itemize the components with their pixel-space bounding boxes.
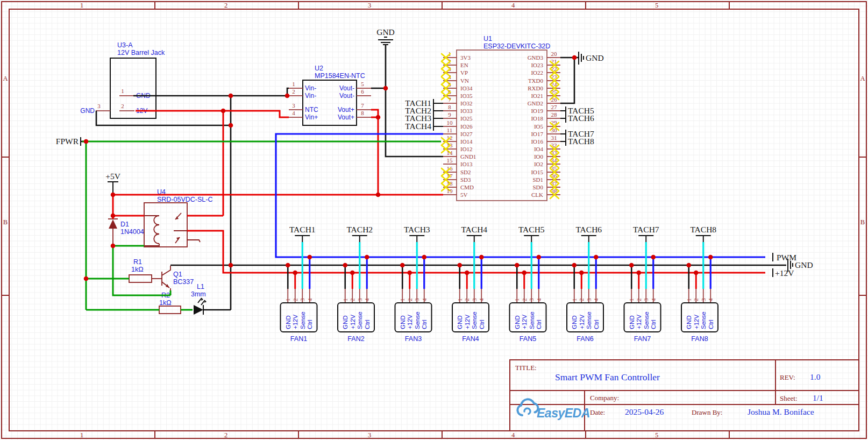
u1-pin-name: IO16 xyxy=(531,138,543,145)
net-flag-tach-fan[interactable] xyxy=(352,236,367,242)
junction-dot xyxy=(572,263,577,268)
fan-pin-name: GND xyxy=(686,315,692,329)
fan-pin-name: Ctrl xyxy=(479,320,485,329)
net-flag-tach-fan[interactable] xyxy=(638,236,653,242)
u3-pin1-number: 1 xyxy=(121,88,124,94)
u3-pin2-number: 2 xyxy=(121,103,124,109)
net-flag-tach[interactable] xyxy=(433,99,443,108)
tach-right-label: TACH8 xyxy=(568,137,594,146)
u1-pin-name: IO34 xyxy=(460,85,473,91)
net-flag-fpwr[interactable]: FPWR xyxy=(56,137,81,146)
fan-pin-name: Ctrl xyxy=(536,320,542,329)
u1-pin-number: 10 xyxy=(447,119,453,126)
fan-pin-name: Sense xyxy=(643,311,650,329)
junction-dot xyxy=(651,255,656,260)
fan-tach-flag-label: TACH1 xyxy=(289,225,316,234)
junction-dot xyxy=(365,255,369,260)
u2-part: MP1584EN-NTC xyxy=(315,72,365,80)
u1-pin-name: TXD0 xyxy=(528,77,544,84)
tach-left-label: TACH4 xyxy=(405,122,431,131)
d1-ref: D1 xyxy=(120,221,129,228)
component-u2-buck-converter[interactable]: U2 MP1584EN-NTC 1 2 3 4 5 6 7 8 Vin- Vin… xyxy=(289,65,371,125)
gnd-right-label: GND xyxy=(795,260,813,269)
fan-pin-name: Ctrl xyxy=(364,320,371,329)
drawn-by-label: Drawn By: xyxy=(692,408,722,416)
u1-pin-name: IO27 xyxy=(460,131,473,137)
net-flag-tach-fan[interactable] xyxy=(581,236,596,242)
junction-dot xyxy=(479,255,484,260)
ruler-column-number: 1 xyxy=(80,2,83,9)
u1-pin-name: IO33 xyxy=(460,108,473,114)
fan-pin-name: +12V xyxy=(407,314,413,329)
fan-pin-name: +12V xyxy=(350,314,356,329)
ground-flag-top[interactable]: GND xyxy=(376,27,395,45)
net-flag-12v[interactable]: +12V xyxy=(773,268,794,278)
r2-value: 1kΩ xyxy=(159,299,172,307)
fan-pin-number: 2 xyxy=(292,299,298,302)
u2-pin-number: 8 xyxy=(361,110,364,116)
net-flag-tach-fan[interactable] xyxy=(467,236,482,242)
u2-pin-name: Vout+ xyxy=(338,113,354,121)
net-flag-tach[interactable] xyxy=(560,107,566,115)
u2-pin-number: 1 xyxy=(292,81,295,87)
net-flag-tach-fan[interactable] xyxy=(524,236,539,242)
fan-label: FAN3 xyxy=(405,335,422,343)
fan-pin-number: 3 xyxy=(586,298,592,301)
title-block: TITLE: Smart PWM Fan Controller REV: 1.0… xyxy=(510,360,859,431)
u1-pin-name: IO18 xyxy=(531,115,543,122)
junction-dot xyxy=(579,271,584,275)
ground-flag-u1[interactable]: GND xyxy=(579,52,604,65)
u1-pin-name: GND1 xyxy=(460,153,476,160)
fan-pin-number: 3 xyxy=(299,298,305,301)
fan-pin-number: 4 xyxy=(593,298,599,301)
net-flag-tach-fan[interactable] xyxy=(295,236,310,242)
u1-pin-name: EN xyxy=(460,62,468,68)
component-q1-transistor[interactable]: Q1 BC337 xyxy=(162,266,194,295)
junction-dot xyxy=(708,255,713,260)
net-flag-tach[interactable] xyxy=(560,130,566,138)
net-flag-pwm[interactable]: PWM xyxy=(773,253,796,262)
component-u3-barrel-jack[interactable]: U3-A 12V Barrel Jack 1 2 3 GND 12V GND xyxy=(80,41,165,118)
net-flag-tach[interactable] xyxy=(560,137,566,146)
u1-pin-name: IO21 xyxy=(531,93,543,99)
company-label: Company: xyxy=(590,394,619,402)
fan-pin-name: Ctrl xyxy=(650,320,657,329)
wires[interactable] xyxy=(81,45,786,310)
fan-pin-name: +12V xyxy=(464,314,471,329)
component-r1-resistor[interactable]: R1 1kΩ xyxy=(129,258,162,282)
fan-pin-number: 1 xyxy=(571,299,578,302)
net-flag-tach-fan[interactable] xyxy=(409,236,424,242)
fan-pin-number: 3 xyxy=(357,298,363,301)
fan-pin-name: +12V xyxy=(693,314,700,329)
ruler-column-number: 1 xyxy=(80,431,83,439)
component-d1-diode[interactable]: D1 1N4004 xyxy=(108,219,144,246)
u1-pin-number: 19 xyxy=(447,188,453,194)
fan-pin-name: Ctrl xyxy=(421,320,428,329)
schematic-canvas[interactable]: U3-A 12V Barrel Jack 1 2 3 GND 12V GND U… xyxy=(0,0,868,440)
fan-pin-name: Sense xyxy=(471,311,478,329)
power-flag-5v[interactable]: +5V xyxy=(105,172,120,195)
component-u4-relay[interactable]: U4 SRD-05VDC-SL-C xyxy=(144,188,213,247)
fan-pin-name: Ctrl xyxy=(593,320,600,329)
u1-pin-number: 11 xyxy=(447,127,453,133)
net-flag-tach[interactable] xyxy=(560,114,566,123)
fan-label: FAN1 xyxy=(290,335,307,343)
u1-pin-number: 28 xyxy=(551,111,558,118)
u3-part: 12V Barrel Jack xyxy=(117,49,165,56)
u1-pin-name: IO0 xyxy=(534,153,544,160)
net-flag-tach-fan[interactable] xyxy=(696,236,711,242)
net-flag-tach[interactable] xyxy=(433,107,443,115)
junction-dot xyxy=(594,255,599,260)
q1-part: BC337 xyxy=(173,278,194,286)
schematic-title: Smart PWM Fan Controller xyxy=(555,372,660,382)
u1-pin-name: CMD xyxy=(460,184,474,190)
schematic-sheet: U3-A 12V Barrel Jack 1 2 3 GND 12V GND U… xyxy=(0,0,868,440)
u1-pin-name: SD3 xyxy=(460,176,471,183)
l1-value: 3mm xyxy=(191,290,206,298)
fan-pin-number: 1 xyxy=(514,299,520,302)
ruler-column-number: 5 xyxy=(655,2,658,9)
net-flag-tach[interactable] xyxy=(433,122,443,131)
net-flag-tach[interactable] xyxy=(433,114,443,123)
ruler-column-number: 2 xyxy=(224,431,227,439)
fan-pin-number: 1 xyxy=(284,299,291,302)
